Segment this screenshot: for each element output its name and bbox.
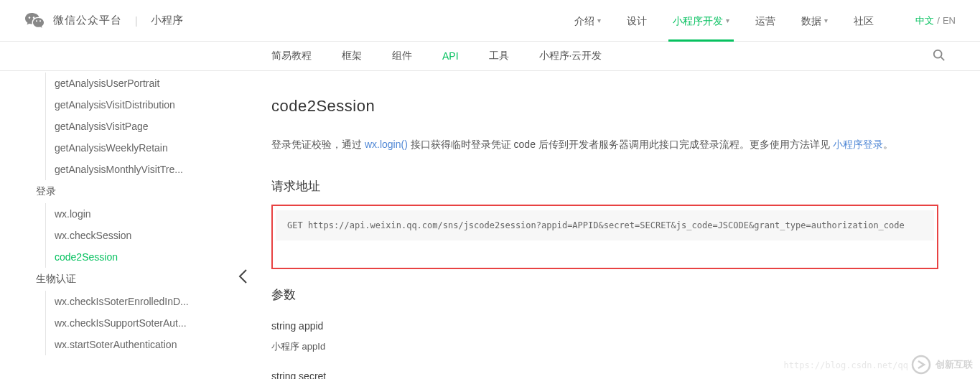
subnav-component[interactable]: 组件 xyxy=(392,50,412,62)
watermark-url: https://blog.csdn.net/qq xyxy=(784,360,908,370)
subnav-cloud[interactable]: 小程序·云开发 xyxy=(539,50,602,62)
request-url-code: GET https://api.weixin.qq.com/sns/jscode… xyxy=(276,210,934,240)
sidebar-item[interactable]: wx.login xyxy=(0,203,215,225)
sidebar-category-login[interactable]: 登录 xyxy=(0,180,215,203)
watermark-logo-icon xyxy=(911,355,931,375)
sidebar-item[interactable]: getAnalysisVisitPage xyxy=(0,116,215,137)
sidebar-item[interactable]: wx.checkIsSoterEnrolledInD... xyxy=(0,291,215,312)
sidebar-item-code2session[interactable]: code2Session xyxy=(0,246,215,268)
api-description: 登录凭证校验，通过 wx.login() 接口获得临时登录凭证 code 后传到… xyxy=(271,136,938,154)
param-name: string secret xyxy=(271,370,938,379)
link-wxlogin[interactable]: wx.login() xyxy=(365,139,408,150)
watermark: 创新互联 xyxy=(911,355,973,375)
page-title: code2Session xyxy=(271,97,938,116)
chevron-down-icon: ▾ xyxy=(597,0,601,42)
code-block-highlight: GET https://api.weixin.qq.com/sns/jscode… xyxy=(271,205,938,269)
svg-point-2 xyxy=(913,356,930,373)
svg-line-1 xyxy=(941,57,945,60)
top-header: 微信公众平台 | 小程序 介绍 ▾ 设计 小程序开发 ▾ 运营 数据 ▾ 社区 … xyxy=(0,0,980,42)
svg-point-0 xyxy=(934,50,942,57)
nav-data[interactable]: 数据 ▾ xyxy=(788,0,841,42)
sub-product-name: 小程序 xyxy=(151,14,183,27)
lang-en[interactable]: EN xyxy=(943,15,956,26)
sidebar: getAnalysisUserPortrait getAnalysisVisit… xyxy=(0,71,215,379)
nav-intro[interactable]: 介绍 ▾ xyxy=(561,0,614,42)
param-desc: 小程序 appId xyxy=(271,340,938,353)
sidebar-item[interactable]: getAnalysisWeeklyRetain xyxy=(0,137,215,159)
sidebar-item[interactable]: getAnalysisUserPortrait xyxy=(0,72,215,94)
sub-nav: 简易教程 框架 组件 API 工具 小程序·云开发 xyxy=(0,42,980,70)
subnav-tutorial[interactable]: 简易教程 xyxy=(271,50,312,62)
lang-zh[interactable]: 中文 xyxy=(915,14,934,27)
subnav-tools[interactable]: 工具 xyxy=(489,50,509,62)
sidebar-item[interactable]: getAnalysisMonthlyVisitTre... xyxy=(0,159,215,180)
nav-community[interactable]: 社区 xyxy=(841,0,887,42)
back-button[interactable] xyxy=(238,268,248,284)
platform-name: 微信公众平台 xyxy=(53,14,122,27)
logo-section: 微信公众平台 | 小程序 xyxy=(24,11,183,29)
header-divider: | xyxy=(135,15,138,27)
content: code2Session 登录凭证校验，通过 wx.login() 接口获得临时… xyxy=(215,71,980,379)
sidebar-item[interactable]: getAnalysisVisitDistribution xyxy=(0,94,215,116)
subnav-api[interactable]: API xyxy=(442,50,459,62)
wechat-logo-icon xyxy=(24,11,45,29)
main-container: getAnalysisUserPortrait getAnalysisVisit… xyxy=(0,70,980,379)
param-name: string appid xyxy=(271,320,938,332)
chevron-down-icon: ▾ xyxy=(726,0,729,42)
sidebar-item[interactable]: wx.checkIsSupportSoterAut... xyxy=(0,312,215,334)
nav-operation[interactable]: 运营 xyxy=(742,0,788,42)
language-switch: 中文 / EN xyxy=(915,14,956,27)
search-icon xyxy=(933,49,946,62)
sidebar-item[interactable]: wx.checkSession xyxy=(0,225,215,246)
nav-miniprogram-dev[interactable]: 小程序开发 ▾ xyxy=(660,0,742,42)
sidebar-category-bio[interactable]: 生物认证 xyxy=(0,268,215,291)
chevron-down-icon: ▾ xyxy=(824,0,828,42)
request-address-title: 请求地址 xyxy=(271,178,938,195)
subnav-framework[interactable]: 框架 xyxy=(342,50,362,62)
link-miniprogram-login[interactable]: 小程序登录 xyxy=(833,139,883,150)
chevron-left-icon xyxy=(238,268,248,284)
params-title: 参数 xyxy=(271,286,938,303)
nav-design[interactable]: 设计 xyxy=(614,0,660,42)
sidebar-item[interactable]: wx.startSoterAuthentication xyxy=(0,334,215,355)
top-nav: 介绍 ▾ 设计 小程序开发 ▾ 运营 数据 ▾ 社区 中文 / EN xyxy=(561,0,956,42)
search-button[interactable] xyxy=(933,49,946,64)
